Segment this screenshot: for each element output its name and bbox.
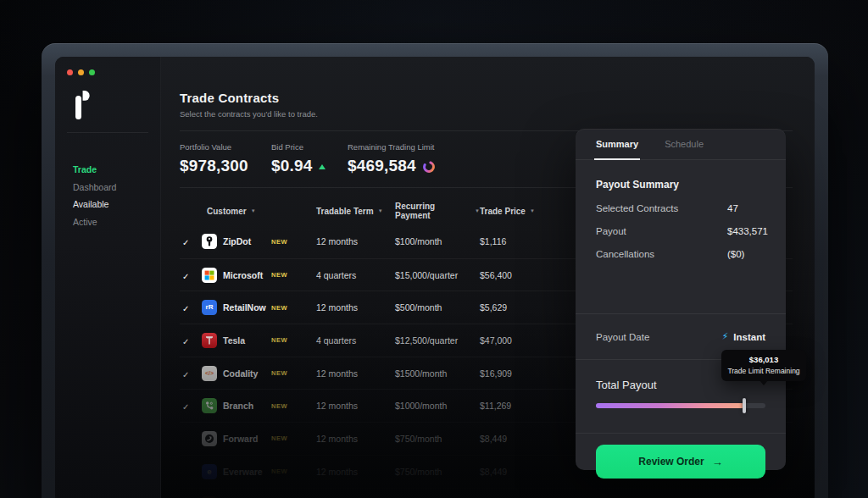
tradable-term-cell: 12 months xyxy=(316,401,395,411)
stat-value-text: $0.94 xyxy=(271,157,313,175)
summary-row-value: $433,571 xyxy=(727,226,768,236)
recurring-payment-cell: $750/month xyxy=(395,467,480,477)
review-order-button[interactable]: Review Order → xyxy=(596,445,765,479)
column-header-label: Tradable Term xyxy=(316,207,374,216)
lightning-bolt-icon: ⚡︎ xyxy=(722,331,729,342)
new-badge: NEW xyxy=(271,271,287,279)
customer-name: Branch xyxy=(223,401,253,411)
sidebar-item-available[interactable]: Available xyxy=(73,196,160,213)
summary-row-label: Payout xyxy=(596,226,727,236)
zoom-window-button[interactable] xyxy=(89,69,95,75)
table-row-magic-ent-[interactable]: Magic Ent.NEW12 months$500/month$5,629 xyxy=(180,488,793,498)
tesla-logo xyxy=(202,333,217,348)
payout-date-label: Payout Date xyxy=(596,332,649,342)
stat-value: $0.94 xyxy=(271,157,348,175)
slider-fill xyxy=(596,403,744,408)
recurring-payment-cell: $12,500/quarter xyxy=(395,335,480,346)
customer-name: Tesla xyxy=(223,335,245,346)
customer-cell: BranchNEW xyxy=(202,398,316,413)
customer-name: ZipDot xyxy=(223,236,251,246)
sidebar-item-trade[interactable]: Trade xyxy=(73,161,160,179)
tradable-term-cell: 12 months xyxy=(316,302,395,313)
recurring-payment-cell: $500/month xyxy=(395,302,480,313)
recurring-payment-cell: $100/month xyxy=(395,236,480,246)
customer-cell: </>CodalityNEW xyxy=(202,366,316,381)
summary-row-label: Cancellations xyxy=(596,249,727,259)
summary-row-payout: Payout$433,571 xyxy=(596,226,765,236)
order-summary-panel: Summary Schedule Payout Summary Selected… xyxy=(576,129,786,470)
filter-icon[interactable]: ▼ xyxy=(378,208,383,213)
row-checkbox-checked[interactable]: ✓ xyxy=(180,238,189,247)
summary-row-selected-contracts: Selected Contracts47 xyxy=(596,203,765,213)
stat-value-text: $469,584 xyxy=(348,157,416,175)
column-header-label: Customer xyxy=(207,207,247,216)
tab-schedule[interactable]: Schedule xyxy=(665,129,704,159)
total-payout-label: Total Payout xyxy=(596,379,657,391)
forward-logo xyxy=(202,431,217,446)
stat-label: Portfolio Value xyxy=(180,142,271,152)
pipe-logo xyxy=(74,91,94,119)
customer-cell: rRRetailNowNEW xyxy=(202,300,316,315)
new-badge: NEW xyxy=(271,402,287,410)
tradable-term-cell: 12 months xyxy=(316,368,395,379)
customer-cell: eEverwareNEW xyxy=(202,464,316,479)
summary-row-value: 47 xyxy=(727,203,765,213)
new-badge: NEW xyxy=(271,238,287,246)
payout-summary-section: Payout Summary Selected Contracts47Payou… xyxy=(576,179,786,314)
page-subtitle: Select the contracts you'd like to trade… xyxy=(180,109,793,119)
sidebar-item-active[interactable]: Active xyxy=(73,213,160,231)
sidebar-divider xyxy=(67,132,148,133)
minimize-window-button[interactable] xyxy=(78,69,84,75)
new-badge: NEW xyxy=(271,304,287,312)
column-header-tradable-term[interactable]: Tradable Term ▼ xyxy=(316,207,395,216)
window-controls xyxy=(67,69,160,75)
filter-icon[interactable]: ▼ xyxy=(251,208,256,213)
filter-icon[interactable]: ▼ xyxy=(530,208,535,213)
tab-summary[interactable]: Summary xyxy=(596,129,638,159)
branch-logo xyxy=(202,398,217,413)
recurring-payment-cell: $1000/month xyxy=(395,401,480,411)
zipdot-logo xyxy=(202,234,217,249)
sidebar-nav: TradeDashboardAvailableActive xyxy=(73,161,160,230)
total-payout-slider[interactable]: $36,013 Trade Limit Remaining xyxy=(596,403,765,408)
stat-value-text: $978,300 xyxy=(180,157,248,175)
stat-bid-price: Bid Price$0.94 xyxy=(271,142,348,175)
tradable-term-cell: 12 months xyxy=(316,434,395,444)
slider-handle[interactable] xyxy=(743,398,746,413)
customer-name: Microsoft xyxy=(223,270,263,280)
row-checkbox-checked[interactable]: ✓ xyxy=(180,370,189,379)
customer-cell: ZipDotNEW xyxy=(202,234,316,249)
review-order-section: Review Order → xyxy=(576,433,786,479)
recurring-payment-cell: $750/month xyxy=(395,434,480,444)
recurring-payment-cell: $1500/month xyxy=(395,368,480,379)
row-checkbox-checked[interactable]: ✓ xyxy=(180,337,189,346)
arrow-right-icon: → xyxy=(712,456,723,468)
recurring-payment-cell: $15,000/quarter xyxy=(395,270,480,280)
retailnow-logo: rR xyxy=(202,300,217,315)
summary-row-label: Selected Contracts xyxy=(596,203,727,213)
payout-date-text: Instant xyxy=(733,332,765,342)
row-checkbox-checked[interactable]: ✓ xyxy=(180,402,189,412)
customer-name: Codality xyxy=(223,368,258,379)
customer-cell: TeslaNEW xyxy=(202,333,316,348)
stat-remaining-trading-limit: Remaining Trading Limit$469,584 xyxy=(348,142,436,175)
row-checkbox-checked[interactable]: ✓ xyxy=(180,272,189,281)
stat-label: Remaining Trading Limit xyxy=(348,142,436,152)
tradable-term-cell: 12 months xyxy=(316,467,395,477)
tradable-term-cell: 4 quarters xyxy=(316,335,395,346)
row-checkbox-checked[interactable]: ✓ xyxy=(180,304,189,313)
sidebar: TradeDashboardAvailableActive xyxy=(55,57,161,498)
customer-cell: ForwardNEW xyxy=(202,431,316,446)
stat-value: $978,300 xyxy=(180,157,271,175)
close-window-button[interactable] xyxy=(67,69,73,75)
new-badge: NEW xyxy=(271,468,287,475)
everware-logo: e xyxy=(202,464,217,479)
sidebar-item-dashboard[interactable]: Dashboard xyxy=(73,179,160,196)
panel-tabs: Summary Schedule xyxy=(576,129,786,160)
column-header-customer[interactable]: Customer ▼ xyxy=(202,207,316,216)
new-badge: NEW xyxy=(271,369,287,377)
page-title: Trade Contracts xyxy=(180,91,793,105)
trend-up-icon xyxy=(319,164,326,169)
stat-label: Bid Price xyxy=(271,142,348,152)
column-header-recurring-payment[interactable]: Recurring Payment ▼ xyxy=(395,202,480,220)
